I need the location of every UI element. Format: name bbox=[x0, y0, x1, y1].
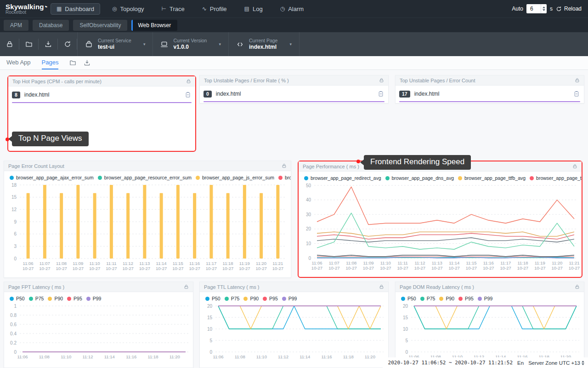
folder-icon[interactable] bbox=[69, 59, 76, 66]
page-name: index.html bbox=[216, 91, 241, 97]
svg-text:0: 0 bbox=[405, 350, 408, 355]
tab-database[interactable]: Database bbox=[33, 20, 69, 31]
legend-item-p50[interactable]: P50 bbox=[10, 296, 25, 301]
legend-item-p95[interactable]: P95 bbox=[67, 296, 82, 301]
svg-text:11:1910-27: 11:1910-27 bbox=[239, 261, 250, 271]
legend-item-p50[interactable]: P50 bbox=[401, 296, 416, 301]
language-switch[interactable]: En bbox=[517, 360, 524, 366]
legend-item-browser-app-page-resource-error-sum[interactable]: browser_app_page_resource_error_sum bbox=[98, 175, 192, 180]
lock-icon[interactable] bbox=[575, 284, 580, 289]
time-range-picker[interactable]: 2020-10-27 11:06:52 ~ 2020-10-27 11:21:5… bbox=[388, 360, 513, 366]
legend-item-browser-app-page-dns-avg[interactable]: browser_app_page_dns_avg bbox=[385, 175, 454, 181]
legend-item-browser-app-page-tcp-avg[interactable]: browser_app_page_tcp_avg bbox=[530, 175, 582, 181]
svg-text:5: 5 bbox=[209, 338, 212, 343]
svg-text:11:10: 11:10 bbox=[61, 354, 71, 359]
chart-legend: browser_app_page_ajax_error_sumbrowser_a… bbox=[4, 171, 291, 181]
nav-item-alarm[interactable]: ◷Alarm bbox=[275, 4, 309, 14]
legend-item-p95[interactable]: P95 bbox=[458, 296, 474, 301]
legend-item-browser-app-page-redirect-avg[interactable]: browser_app_page_redirect_avg bbox=[304, 175, 381, 181]
clipboard-icon[interactable] bbox=[185, 92, 191, 98]
legend-item-p95[interactable]: P95 bbox=[263, 296, 278, 301]
svg-text:40: 40 bbox=[306, 197, 311, 202]
nav-item-topology[interactable]: ◎Topology bbox=[107, 4, 150, 14]
legend-item-p90[interactable]: P90 bbox=[243, 296, 259, 301]
legend-dot-icon bbox=[10, 297, 14, 301]
tab-web-browser[interactable]: Web Browser bbox=[131, 20, 177, 31]
annotation-dot bbox=[6, 138, 9, 141]
download-icon[interactable] bbox=[84, 59, 90, 66]
service-icon bbox=[85, 40, 93, 48]
server-zone-control[interactable]: Server Zone UTC +13 bbox=[528, 360, 584, 366]
selector-current-version[interactable]: Current Versionv1.0.0▾ bbox=[153, 32, 228, 56]
svg-text:11:0910-27: 11:0910-27 bbox=[73, 261, 84, 271]
card-title: Top Unstable Pages / Error Count bbox=[400, 78, 475, 83]
lock-icon[interactable] bbox=[186, 79, 191, 84]
reload-button[interactable]: Reload bbox=[556, 6, 582, 12]
lock-icon[interactable] bbox=[379, 78, 384, 83]
svg-text:11:16: 11:16 bbox=[321, 354, 332, 359]
nav-item-log[interactable]: ▤Log bbox=[239, 4, 268, 14]
toolbar-tools bbox=[0, 39, 77, 50]
nav-item-trace[interactable]: ⊢Trace bbox=[156, 4, 190, 14]
selector-current-page[interactable]: Current Pageindex.html▾ bbox=[229, 32, 300, 56]
legend-item-p50[interactable]: P50 bbox=[205, 296, 220, 301]
footer-bar: 2020-10-27 11:06:52 ~ 2020-10-27 11:21:5… bbox=[383, 357, 588, 368]
annotation-top-n-page-views: Top N Page Views bbox=[12, 132, 89, 146]
nav-menu: ▦Dashboard◎Topology⊢Trace∿Profile▤Log◷Al… bbox=[51, 3, 309, 15]
legend-dot-icon bbox=[530, 176, 534, 180]
legend-item-browser-app-page-ajax-error-sum[interactable]: browser_app_page_ajax_error_sum bbox=[10, 175, 94, 180]
lock-icon[interactable] bbox=[184, 284, 189, 289]
lock-button[interactable] bbox=[0, 40, 19, 48]
legend-item-p99[interactable]: P99 bbox=[86, 296, 102, 301]
legend-item-p99[interactable]: P99 bbox=[282, 296, 297, 301]
legend-item-p99[interactable]: P99 bbox=[478, 296, 493, 301]
skywalking-logo[interactable]: Skywalking ◗ Rocketbot bbox=[6, 3, 48, 15]
legend-item-p75[interactable]: P75 bbox=[420, 296, 435, 301]
svg-text:10: 10 bbox=[306, 241, 311, 246]
nav-item-profile[interactable]: ∿Profile bbox=[197, 4, 232, 14]
svg-text:11:1910-27: 11:1910-27 bbox=[534, 260, 545, 270]
profile-icon: ∿ bbox=[202, 6, 207, 12]
lock-icon[interactable] bbox=[575, 78, 580, 83]
subnav-tab-pages[interactable]: Pages bbox=[42, 56, 59, 69]
svg-text:11:08: 11:08 bbox=[235, 354, 245, 359]
legend-dot-icon bbox=[196, 176, 200, 180]
legend-item-p75[interactable]: P75 bbox=[29, 296, 44, 301]
svg-text:11:1610-27: 11:1610-27 bbox=[483, 260, 494, 270]
lock-icon[interactable] bbox=[282, 163, 287, 168]
legend-dot-icon bbox=[243, 297, 248, 301]
tab-apm[interactable]: APM bbox=[4, 20, 28, 31]
legend-item-browser-a[interactable]: browser_a bbox=[278, 175, 291, 180]
folder-button[interactable] bbox=[19, 40, 38, 48]
svg-text:11:1510-27: 11:1510-27 bbox=[466, 260, 477, 270]
legend-item-p90[interactable]: P90 bbox=[48, 296, 63, 301]
selector-current-service[interactable]: Current Servicetest-ui▾ bbox=[77, 32, 153, 56]
clipboard-icon[interactable] bbox=[378, 91, 384, 97]
stepper-icon[interactable] bbox=[541, 4, 547, 13]
auto-interval-input[interactable]: 6 bbox=[526, 4, 547, 13]
trace-icon: ⊢ bbox=[161, 6, 166, 12]
svg-text:20: 20 bbox=[207, 304, 213, 309]
clipboard-icon[interactable] bbox=[573, 91, 580, 97]
svg-text:15: 15 bbox=[207, 315, 213, 320]
value-badge: 8 bbox=[12, 92, 20, 98]
tab-selfobservability[interactable]: SelfObservability bbox=[73, 20, 127, 31]
legend-item-p75[interactable]: P75 bbox=[225, 296, 240, 301]
zone-stepper-icon[interactable] bbox=[582, 361, 584, 365]
refresh-button[interactable] bbox=[58, 40, 77, 48]
subnav-tab-web-app[interactable]: Web App bbox=[6, 56, 31, 69]
lock-icon[interactable] bbox=[572, 164, 577, 169]
nav-item-dashboard[interactable]: ▦Dashboard bbox=[51, 3, 100, 15]
card-title: Page Error Count Layout bbox=[8, 163, 64, 169]
auto-unit: s bbox=[550, 6, 553, 12]
download-button[interactable] bbox=[39, 40, 57, 48]
lock-icon[interactable] bbox=[379, 284, 384, 289]
legend-item-browser-app-page-js-error-sum[interactable]: browser_app_page_js_error_sum bbox=[196, 175, 274, 180]
legend-item-p90[interactable]: P90 bbox=[439, 296, 454, 301]
value-badge: 17 bbox=[399, 91, 410, 98]
card-title: Page DOM Ready Latency ( ms ) bbox=[400, 284, 474, 290]
version-icon bbox=[160, 40, 168, 48]
legend-item-browser-app-page-ttfb-avg[interactable]: browser_app_page_ttfb_avg bbox=[458, 175, 526, 181]
dashboard-subnav: Web AppPages bbox=[0, 56, 588, 70]
list-item: 17 index.html bbox=[396, 86, 584, 98]
